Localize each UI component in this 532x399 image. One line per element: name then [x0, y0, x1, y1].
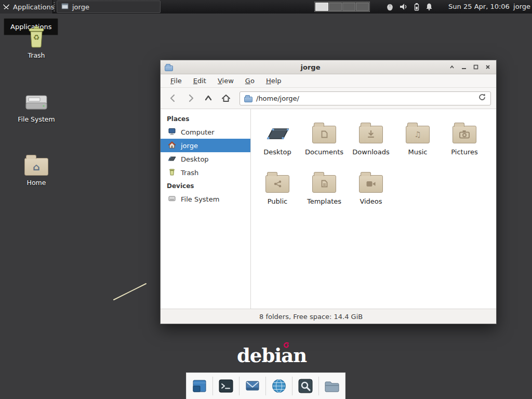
web-browser-icon[interactable]: [266, 375, 292, 397]
download-emblem-icon: [360, 126, 382, 143]
debian-swirl-icon: [283, 342, 290, 349]
sidebar-item-jorge[interactable]: jorge: [161, 139, 250, 152]
input-device-icon[interactable]: [387, 3, 393, 11]
desktop-icon-label: Home: [15, 179, 58, 187]
sidebar-item-computer[interactable]: Computer: [161, 125, 250, 139]
taskbar-window-button[interactable]: jorge: [57, 1, 161, 13]
sidebar-item-label: Desktop: [181, 155, 209, 163]
desktop-icon-trash[interactable]: ♻ Trash: [15, 24, 58, 59]
file-label: Downloads: [352, 148, 389, 156]
music-emblem-icon: ♫: [406, 126, 429, 143]
file-label: Music: [408, 148, 428, 156]
file-pictures[interactable]: Pictures: [441, 117, 488, 167]
notifications-icon[interactable]: [425, 3, 433, 11]
menu-go[interactable]: Go: [240, 75, 260, 87]
desktop-icon-home[interactable]: ⌂ Home: [15, 152, 58, 187]
file-label: Documents: [305, 148, 343, 156]
location-bar[interactable]: /home/jorge/: [240, 91, 491, 105]
workspace-2[interactable]: [329, 3, 342, 11]
session-user-label[interactable]: jorge: [513, 0, 530, 14]
applications-menu-button[interactable]: Applications: [0, 0, 53, 14]
templates-folder-icon: [312, 175, 336, 193]
desktop-icon-label: Trash: [15, 51, 58, 59]
sidebar-item-trash[interactable]: Trash: [161, 166, 250, 179]
location-path[interactable]: /home/jorge/: [256, 95, 474, 102]
devices-header: Devices: [161, 179, 250, 192]
workspace-switcher: [314, 2, 370, 12]
stray-line: [111, 281, 150, 302]
file-downloads[interactable]: Downloads: [348, 117, 394, 167]
file-desktop[interactable]: Desktop: [254, 117, 301, 167]
document-emblem-icon: [313, 126, 336, 143]
debian-logo-text: debian: [237, 344, 307, 367]
shade-button[interactable]: [448, 63, 456, 71]
forward-button[interactable]: [183, 91, 198, 105]
pictures-folder-icon: [453, 126, 476, 143]
desktop-icon-label: File System: [15, 115, 58, 123]
reload-icon[interactable]: [478, 93, 486, 103]
menu-file[interactable]: File: [165, 75, 188, 87]
terminal-icon[interactable]: [213, 375, 239, 397]
file-manager-icon[interactable]: [319, 375, 345, 397]
file-label: Desktop: [263, 148, 291, 156]
maximize-button[interactable]: [472, 63, 480, 71]
sidebar-item-desktop[interactable]: Desktop: [161, 152, 250, 166]
trash-icon: ♻: [15, 24, 58, 48]
workspace-3[interactable]: [342, 3, 355, 11]
places-header: Places: [161, 112, 250, 125]
minimize-button[interactable]: [460, 63, 468, 71]
mail-reader-icon[interactable]: [240, 375, 265, 397]
home-button[interactable]: [219, 91, 233, 105]
battery-icon[interactable]: [414, 3, 419, 11]
menu-bar: File Edit View Go Help: [161, 74, 496, 88]
window-icon: [61, 3, 69, 11]
drive-icon: [15, 88, 58, 112]
workspace-1[interactable]: [315, 3, 328, 11]
toolbar: /home/jorge/: [161, 88, 496, 109]
sidebar-item-label: File System: [181, 195, 219, 203]
menu-help[interactable]: Help: [260, 75, 287, 87]
menu-view[interactable]: View: [212, 75, 240, 87]
sidebar: Places Computer jorge: [161, 109, 251, 309]
panel-grip: [54, 2, 55, 11]
show-desktop-icon[interactable]: [187, 375, 212, 397]
menu-edit[interactable]: Edit: [188, 75, 212, 87]
recycle-glyph: ♻: [15, 33, 58, 42]
panel-clock[interactable]: Sun 25 Apr, 10:06: [445, 0, 513, 14]
workspace-4[interactable]: [356, 3, 369, 11]
file-label: Templates: [307, 197, 341, 205]
file-label: Videos: [360, 197, 382, 205]
sidebar-item-label: jorge: [181, 142, 198, 150]
home-folder-icon: ⌂: [15, 152, 58, 176]
app-finder-icon[interactable]: [292, 375, 318, 397]
up-button[interactable]: [201, 91, 216, 105]
desktop-icon-file-system[interactable]: File System: [15, 88, 58, 123]
sidebar-item-label: Computer: [181, 128, 215, 136]
window-titlebar[interactable]: jorge: [161, 60, 496, 74]
music-folder-icon: ♫: [406, 126, 430, 143]
xfce-applications-icon: [2, 2, 10, 12]
file-label: Pictures: [451, 148, 477, 156]
volume-icon[interactable]: [399, 3, 408, 11]
file-label: Public: [268, 197, 287, 205]
video-emblem-icon: [360, 176, 382, 192]
close-button[interactable]: [484, 63, 492, 71]
desktop-root: Applications jorge: [0, 0, 532, 399]
file-documents[interactable]: Documents: [301, 117, 348, 167]
sidebar-item-label: Trash: [181, 169, 198, 177]
home-icon: [168, 141, 176, 151]
file-music[interactable]: ♫ Music: [394, 117, 441, 167]
file-templates[interactable]: Templates: [301, 167, 348, 216]
file-public[interactable]: Public: [254, 167, 301, 216]
file-videos[interactable]: Videos: [348, 167, 394, 216]
status-bar: 8 folders, Free space: 14.4 GiB: [161, 309, 496, 324]
system-tray: [387, 0, 433, 14]
share-emblem-icon: [266, 176, 289, 192]
public-folder-icon: [265, 175, 289, 193]
desktop-folder-icon: [265, 117, 290, 147]
taskbar-window-title: jorge: [72, 3, 89, 11]
back-button[interactable]: [166, 91, 180, 105]
sidebar-item-file-system[interactable]: File System: [161, 192, 250, 206]
window-folder-icon: [165, 65, 173, 71]
house-emblem-icon: ⌂: [25, 158, 48, 175]
